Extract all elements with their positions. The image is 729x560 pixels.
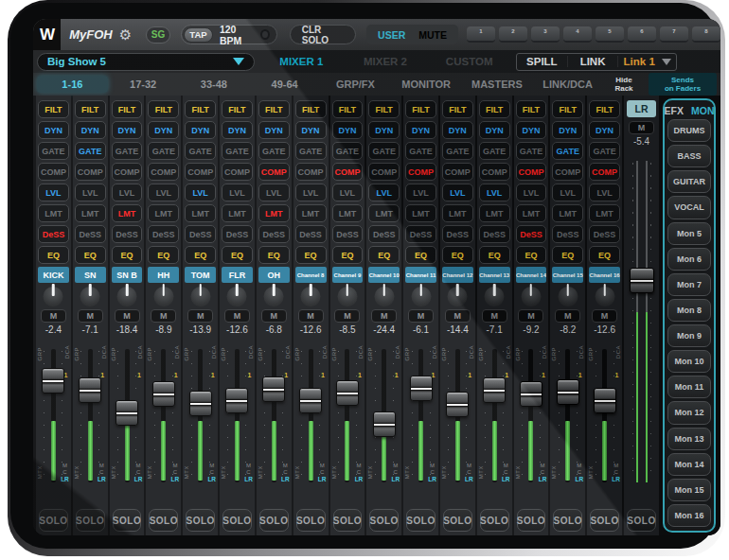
fader-cap[interactable] — [594, 388, 616, 413]
filt-button[interactable]: FILT — [589, 100, 620, 118]
eq-button[interactable]: EQ — [38, 246, 69, 264]
fader-cap[interactable] — [630, 268, 654, 293]
pan-knob[interactable] — [366, 283, 401, 308]
filt-button[interactable]: FILT — [112, 100, 143, 118]
dess-button[interactable]: DeSS — [442, 225, 473, 243]
dyn-button[interactable]: DYN — [148, 121, 179, 139]
bus-button-mon-13[interactable]: Mon 13 — [667, 428, 711, 450]
channel-mute-button[interactable]: M — [187, 309, 213, 323]
fader-cap[interactable] — [189, 391, 212, 416]
solo-button[interactable]: SOLO — [517, 509, 546, 532]
channel-name-button[interactable]: HH — [148, 267, 179, 283]
lvl-button[interactable]: LVL — [222, 184, 253, 201]
channel-fader[interactable]: GRPDCA1MTXMCLR — [257, 338, 292, 507]
channel-mute-button[interactable]: M — [445, 309, 471, 323]
user-key-button-8[interactable]: 8 — [692, 26, 720, 43]
lr-master-button[interactable]: LR — [627, 100, 656, 117]
dyn-button[interactable]: DYN — [38, 121, 69, 139]
lvl-button[interactable]: LVL — [112, 184, 143, 201]
pan-knob[interactable] — [146, 283, 181, 308]
gate-button[interactable]: GATE — [148, 142, 179, 160]
filt-button[interactable]: FILT — [185, 100, 216, 118]
eq-button[interactable]: EQ — [405, 246, 436, 264]
lmt-button[interactable]: LMT — [368, 204, 400, 222]
gate-button[interactable]: GATE — [479, 142, 510, 160]
pan-knob[interactable] — [440, 283, 475, 308]
channel-name-button[interactable]: FLR — [222, 267, 253, 283]
gate-button[interactable]: GATE — [38, 142, 69, 160]
gate-button[interactable]: GATE — [368, 142, 400, 160]
user-key-button-5[interactable]: 5 — [596, 26, 624, 43]
pan-knob[interactable] — [550, 283, 585, 308]
channel-mute-button[interactable]: M — [298, 309, 324, 323]
lmt-button[interactable]: LMT — [75, 204, 106, 222]
channel-mute-button[interactable]: M — [334, 309, 360, 323]
channel-fader[interactable]: GRPDCA1MTXMCLR — [293, 338, 329, 507]
user-key-button-2[interactable]: 2 — [499, 26, 527, 43]
dyn-button[interactable]: DYN — [112, 121, 143, 139]
lvl-button[interactable]: LVL — [332, 184, 364, 201]
lmt-button[interactable]: LMT — [332, 204, 364, 222]
bus-button-mon-11[interactable]: Mon 11 — [667, 376, 711, 398]
pan-knob[interactable] — [330, 283, 365, 308]
clear-solo-button[interactable]: CLR SOLO — [290, 25, 356, 44]
dess-button[interactable]: DeSS — [332, 225, 364, 243]
solo-button[interactable]: SOLO — [39, 509, 68, 532]
pan-knob[interactable] — [293, 283, 329, 308]
dyn-button[interactable]: DYN — [332, 121, 364, 139]
lmt-button[interactable]: LMT — [222, 204, 253, 222]
channel-name-button[interactable]: Channel 13 — [479, 267, 510, 283]
pan-knob[interactable] — [110, 283, 145, 308]
bank-tab-masters[interactable]: MASTERS — [462, 76, 533, 93]
channel-fader[interactable]: GRPDCA1MTXMCLR — [146, 338, 181, 507]
channel-fader[interactable]: GRPDCA1MTXMCLR — [110, 338, 145, 507]
mixer-tab-mixer-2[interactable]: MIXER 2 — [344, 56, 428, 67]
channel-name-button[interactable]: Channel 10 — [368, 267, 400, 283]
channel-fader[interactable]: GRPDCA1MTXMCLR — [73, 338, 108, 507]
lvl-button[interactable]: LVL — [405, 184, 436, 201]
user-tab[interactable]: USER — [378, 29, 405, 41]
comp-button[interactable]: COMP — [148, 163, 179, 181]
fader-cap[interactable] — [373, 411, 396, 437]
bus-button-mon-15[interactable]: Mon 15 — [667, 479, 711, 501]
dyn-button[interactable]: DYN — [405, 121, 436, 139]
channel-name-button[interactable]: Channel 12 — [442, 267, 473, 283]
lvl-button[interactable]: LVL — [516, 184, 547, 201]
solo-button[interactable]: SOLO — [296, 509, 326, 532]
eq-button[interactable]: EQ — [148, 246, 179, 264]
channel-name-button[interactable]: Channel 14 — [516, 267, 547, 283]
dess-button[interactable]: DeSS — [479, 225, 510, 243]
dess-button[interactable]: DeSS — [589, 225, 620, 243]
bus-button-mon-9[interactable]: Mon 9 — [667, 324, 711, 347]
channel-fader[interactable]: GRPDCA1MTXMCLR — [550, 338, 585, 507]
gate-button[interactable]: GATE — [405, 142, 436, 160]
filt-button[interactable]: FILT — [38, 100, 69, 118]
dyn-button[interactable]: DYN — [589, 121, 620, 139]
bus-button-mon-12[interactable]: Mon 12 — [667, 401, 711, 424]
channel-mute-button[interactable]: M — [592, 309, 617, 323]
sidebar-tab-mon[interactable]: MON — [691, 105, 715, 116]
pan-knob[interactable] — [403, 283, 438, 308]
gate-button[interactable]: GATE — [552, 142, 583, 160]
dyn-button[interactable]: DYN — [75, 121, 106, 139]
channel-mute-button[interactable]: M — [371, 309, 397, 323]
gate-button[interactable]: GATE — [442, 142, 473, 160]
comp-button[interactable]: COMP — [368, 163, 400, 181]
channel-name-button[interactable]: TOM — [185, 267, 216, 283]
bus-button-guitar[interactable]: GUITAR — [667, 170, 711, 193]
bank-tab-link-dca[interactable]: LINK/DCA — [532, 76, 603, 93]
filt-button[interactable]: FILT — [442, 100, 473, 118]
comp-button[interactable]: COMP — [516, 163, 547, 181]
dess-button[interactable]: DeSS — [148, 225, 179, 243]
tap-tempo-button[interactable]: TAP — [184, 27, 213, 43]
channel-mute-button[interactable]: M — [555, 309, 580, 323]
filt-button[interactable]: FILT — [222, 100, 253, 118]
channel-fader[interactable]: GRPDCA1MTXMCLR — [183, 338, 218, 507]
bank-tab-grp-fx[interactable]: GRP/FX — [320, 76, 391, 93]
channel-name-button[interactable]: KICK — [38, 267, 69, 283]
channel-name-button[interactable]: Channel 15 — [552, 267, 583, 283]
dyn-button[interactable]: DYN — [222, 121, 253, 139]
dess-button[interactable]: DeSS — [112, 225, 143, 243]
eq-button[interactable]: EQ — [332, 246, 364, 264]
comp-button[interactable]: COMP — [589, 163, 620, 181]
